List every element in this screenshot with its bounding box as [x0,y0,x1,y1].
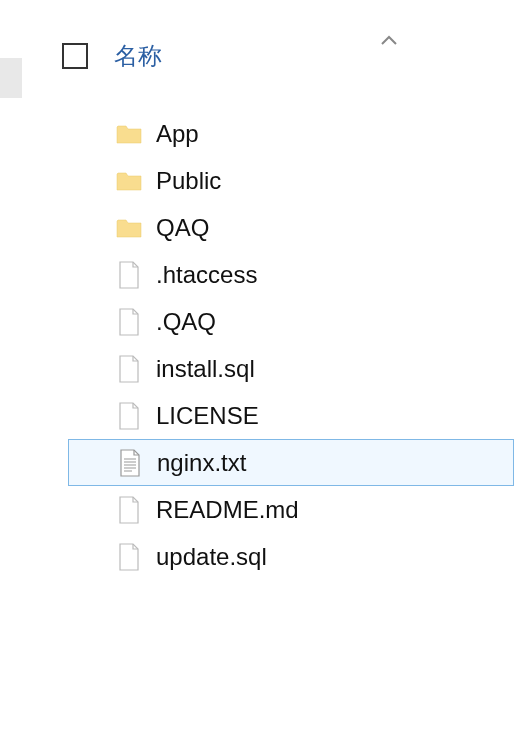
list-item[interactable]: Public [108,157,514,204]
column-header-name[interactable]: 名称 [114,40,162,72]
list-item[interactable]: App [108,110,514,157]
sort-arrow-icon[interactable] [380,30,398,51]
list-item[interactable]: LICENSE [108,392,514,439]
list-item[interactable]: nginx.txt [68,439,514,486]
item-name: .htaccess [156,261,257,289]
item-name: App [156,120,199,148]
file-icon [116,542,142,572]
file-list: App Public QAQ .htaccess .QAQ install.sq… [0,90,514,580]
item-name: nginx.txt [157,449,246,477]
file-icon [116,495,142,525]
folder-icon [116,213,142,243]
list-item[interactable]: .htaccess [108,251,514,298]
file-icon [116,401,142,431]
list-item[interactable]: update.sql [108,533,514,580]
item-name: README.md [156,496,299,524]
textfile-icon [117,448,143,478]
item-name: update.sql [156,543,267,571]
list-item[interactable]: install.sql [108,345,514,392]
folder-icon [116,166,142,196]
item-name: QAQ [156,214,209,242]
list-item[interactable]: README.md [108,486,514,533]
list-item[interactable]: QAQ [108,204,514,251]
select-all-checkbox[interactable] [62,43,88,69]
column-header-row[interactable]: 名称 [0,0,514,90]
item-name: .QAQ [156,308,216,336]
folder-icon [116,119,142,149]
file-icon [116,354,142,384]
file-icon [116,307,142,337]
item-name: LICENSE [156,402,259,430]
item-name: Public [156,167,221,195]
file-icon [116,260,142,290]
list-item[interactable]: .QAQ [108,298,514,345]
item-name: install.sql [156,355,255,383]
